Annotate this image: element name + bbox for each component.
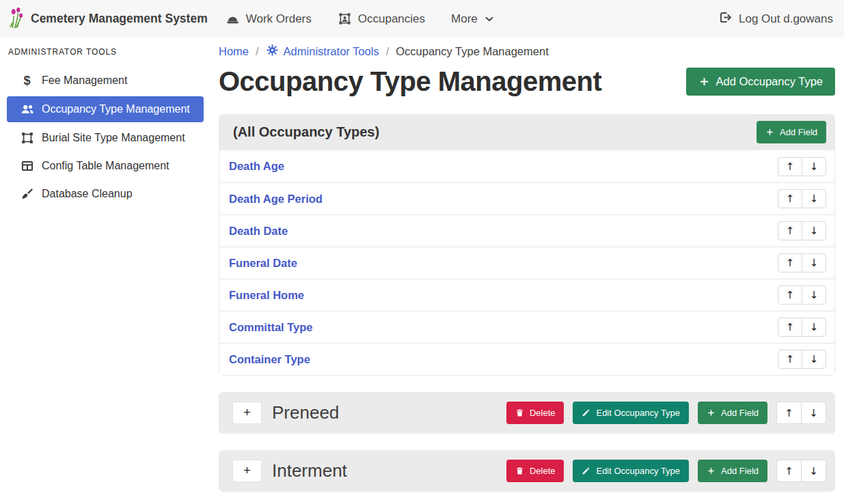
sidebar: ADMINISTRATOR TOOLS $ Fee Management Occ… [0,38,212,504]
field-link-committal-type[interactable]: Committal Type [229,321,313,334]
nav-occupancies-label: Occupancies [358,12,425,26]
hard-hat-icon [226,12,240,26]
add-field-label: Add Field [780,127,817,137]
sidebar-item-label: Fee Management [42,74,127,87]
trash-icon [515,466,524,475]
field-link-death-age[interactable]: Death Age [229,160,284,173]
edit-occupancy-type-button[interactable]: Edit Occupancy Type [573,402,689,424]
reorder-group: ↑ ↓ [776,402,826,424]
edit-occupancy-type-label: Edit Occupancy Type [596,408,680,418]
all-occupancy-types-header: (All Occupancy Types) Add Field [219,114,835,150]
sidebar-item-burial-site-type-management[interactable]: Burial Site Type Management [7,126,204,150]
move-up-button[interactable]: ↑ [778,285,802,305]
add-field-button[interactable]: Add Field [698,460,767,482]
reorder-group: ↑ ↓ [778,350,826,369]
field-row: Death Age ↑ ↓ [219,150,834,182]
move-up-button[interactable]: ↑ [778,350,802,369]
move-down-button[interactable]: ↓ [802,221,826,240]
reorder-group: ↑ ↓ [776,460,826,482]
field-row: Container Type ↑ ↓ [219,343,834,375]
pencil-icon [582,408,590,417]
breadcrumb-current: Occupancy Type Management [396,45,549,58]
plus-icon [765,128,774,137]
field-link-death-age-period[interactable]: Death Age Period [229,193,323,206]
delete-button[interactable]: Delete [506,460,564,482]
reorder-group: ↑ ↓ [778,253,826,272]
add-field-button[interactable]: Add Field [757,121,826,143]
breadcrumb-admin-tools[interactable]: Administrator Tools [266,44,379,59]
nav-work-orders-label: Work Orders [246,12,312,26]
field-row: Funeral Date ↑ ↓ [219,247,834,279]
edit-occupancy-type-button[interactable]: Edit Occupancy Type [573,460,689,482]
table-icon [19,159,35,173]
expand-button[interactable]: + [232,402,262,424]
nav-work-orders[interactable]: Work Orders [226,12,312,26]
move-up-button[interactable]: ↑ [776,402,802,424]
section-actions: Delete Edit Occupancy Type [506,402,826,424]
add-occupancy-type-label: Add Occupancy Type [716,75,823,88]
reorder-group: ↑ ↓ [778,221,826,240]
move-up-button[interactable]: ↑ [778,221,802,240]
field-link-funeral-home[interactable]: Funeral Home [229,289,304,302]
move-up-button[interactable]: ↑ [776,460,802,482]
move-down-button[interactable]: ↓ [802,285,826,305]
field-link-death-date[interactable]: Death Date [229,225,288,238]
sidebar-item-config-table-management[interactable]: Config Table Management [7,154,204,178]
logout-button[interactable]: Log Out d.gowans [718,10,833,28]
plus-icon [707,466,716,475]
reorder-group: ↑ ↓ [778,318,826,337]
move-down-button[interactable]: ↓ [802,350,826,369]
occupancy-type-section-interment: + Interment Delete [219,450,835,492]
main-content: Home / [212,38,844,504]
breadcrumb-home[interactable]: Home [219,45,249,58]
app-title: Cemetery Management System [31,12,208,26]
sidebar-item-label: Database Cleanup [42,188,133,200]
logout-label: Log Out d.gowans [739,12,833,26]
field-row: Funeral Home ↑ ↓ [219,279,834,311]
nav-more-label: More [451,12,478,26]
add-field-label: Add Field [721,408,759,418]
delete-button[interactable]: Delete [506,402,564,424]
nav-more[interactable]: More [451,12,495,26]
move-down-button[interactable]: ↓ [801,402,826,424]
expand-button[interactable]: + [232,460,262,482]
nav-occupancies[interactable]: Occupancies [338,12,425,26]
trash-icon [515,408,524,417]
dollar-icon: $ [19,74,35,87]
field-link-container-type[interactable]: Container Type [229,353,310,366]
plus-icon [707,408,716,417]
portrait-frame-icon [338,12,352,26]
delete-label: Delete [530,466,556,476]
sidebar-item-occupancy-type-management[interactable]: Occupancy Type Management [7,96,204,122]
broom-icon [19,187,35,201]
move-down-button[interactable]: ↓ [802,189,826,208]
breadcrumb-separator: / [379,45,396,58]
add-field-label: Add Field [721,466,759,476]
move-up-button[interactable]: ↑ [778,318,802,337]
gear-icon [266,44,279,59]
move-down-button[interactable]: ↓ [802,157,826,176]
occupancy-type-section-preneed: + Preneed Delete [219,392,835,434]
move-down-button[interactable]: ↓ [802,318,826,337]
breadcrumb-separator: / [249,45,266,58]
navbar-links: Work Orders Occupancies More [226,12,495,26]
brand[interactable]: Cemetery Management System [8,7,208,31]
move-down-button[interactable]: ↓ [802,253,826,272]
move-up-button[interactable]: ↑ [778,189,802,208]
section-actions: Delete Edit Occupancy Type [506,460,826,482]
move-up-button[interactable]: ↑ [778,157,802,176]
move-up-button[interactable]: ↑ [778,253,802,272]
sidebar-item-database-cleanup[interactable]: Database Cleanup [7,182,204,206]
tulip-logo-icon [8,7,24,31]
sidebar-item-label: Burial Site Type Management [42,132,185,144]
pencil-icon [582,466,590,475]
field-link-funeral-date[interactable]: Funeral Date [229,257,297,270]
reorder-group: ↑ ↓ [778,285,826,305]
sidebar-item-fee-management[interactable]: $ Fee Management [7,68,204,93]
add-occupancy-type-button[interactable]: Add Occupancy Type [686,68,835,96]
field-list: Death Age ↑ ↓ Death Age Period ↑ ↓ Death… [219,150,835,376]
move-down-button[interactable]: ↓ [801,460,826,482]
reorder-group: ↑ ↓ [778,189,826,208]
reorder-group: ↑ ↓ [778,157,826,176]
add-field-button[interactable]: Add Field [698,402,767,424]
